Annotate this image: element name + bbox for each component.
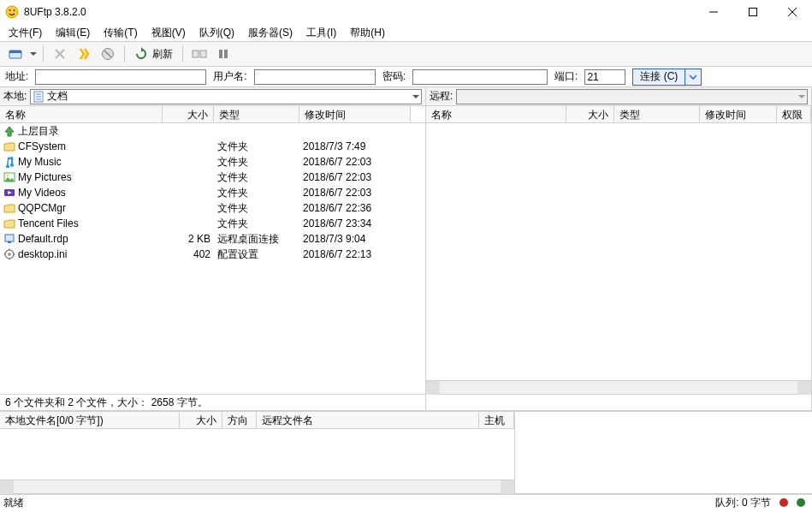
local-path-dropdown[interactable]: 文档 — [30, 89, 422, 104]
qcol-local[interactable]: 本地文件名[0/0 字节]) — [0, 412, 180, 428]
menu-server[interactable]: 服务器(S) — [243, 25, 298, 41]
file-name: CFSystem — [18, 140, 66, 152]
refresh-button[interactable]: 刷新 — [130, 44, 177, 64]
picture-icon — [3, 171, 15, 183]
svg-point-2 — [14, 9, 15, 11]
remote-path-bar: 远程: — [426, 87, 811, 106]
col-date[interactable]: 修改时间 — [299, 106, 411, 122]
file-date: 2018/7/3 9:04 — [299, 233, 411, 245]
remote-path-dropdown[interactable] — [456, 89, 808, 104]
remote-list-header: 名称 大小 类型 修改时间 权限 — [426, 106, 811, 123]
rdp-icon — [3, 233, 15, 245]
connect-dropdown-icon[interactable] — [29, 51, 38, 57]
col-name[interactable]: 名称 — [0, 106, 163, 122]
file-date: 2018/7/3 7:49 — [299, 140, 411, 152]
queue-area: 本地文件名[0/0 字节]) 大小 方向 远程文件名 主机 — [0, 411, 812, 493]
disconnect-button[interactable] — [49, 44, 71, 64]
file-type: 文件夹 — [214, 140, 299, 154]
password-input[interactable] — [412, 69, 548, 85]
queue-list[interactable] — [0, 429, 514, 479]
svg-rect-8 — [9, 51, 21, 53]
folder-icon — [3, 217, 15, 229]
list-item[interactable]: Default.rdp2 KB远程桌面连接2018/7/3 9:04 — [0, 231, 425, 247]
menu-view[interactable]: 视图(V) — [146, 25, 191, 41]
music-icon — [3, 156, 15, 168]
folder-icon — [3, 202, 15, 214]
svg-rect-16 — [224, 50, 228, 58]
remote-h-scrollbar[interactable] — [426, 380, 811, 394]
list-item[interactable]: Tencent Files文件夹2018/6/7 23:34 — [0, 216, 425, 231]
col-name[interactable]: 名称 — [426, 106, 566, 122]
file-date: 2018/6/7 22:36 — [299, 202, 411, 214]
maximize-button[interactable] — [733, 0, 773, 24]
file-type: 配置设置 — [214, 247, 299, 262]
file-type: 文件夹 — [214, 186, 299, 200]
remote-file-list[interactable] — [426, 123, 811, 380]
log-pane[interactable] — [515, 412, 812, 493]
qcol-dir[interactable]: 方向 — [222, 412, 257, 428]
toolbar-separator — [43, 45, 44, 63]
file-date: 2018/6/7 22:03 — [299, 187, 411, 199]
menu-file[interactable]: 文件(F) — [3, 25, 47, 41]
menu-edit[interactable]: 编辑(E) — [50, 25, 95, 41]
local-pane: 本地: 文档 名称 大小 类型 修改时间 上层目录CFSystem文件夹2018… — [0, 87, 426, 411]
connect-icon-button[interactable] — [5, 44, 27, 64]
svg-point-27 — [8, 253, 11, 256]
close-button[interactable] — [773, 0, 812, 24]
svg-rect-24 — [5, 235, 14, 241]
file-type: 远程桌面连接 — [214, 232, 299, 247]
file-name: My Pictures — [18, 171, 72, 183]
list-item[interactable]: CFSystem文件夹2018/7/3 7:49 — [0, 139, 425, 154]
status-indicator-1 — [779, 498, 788, 507]
reconnect-button[interactable] — [73, 44, 95, 64]
app-icon — [5, 5, 19, 19]
remote-pane: 远程: 名称 大小 类型 修改时间 权限 — [426, 87, 812, 411]
remote-status — [426, 394, 811, 411]
menu-queue[interactable]: 队列(Q) — [194, 25, 240, 41]
status-bar: 就绪 队列: 0 字节 — [0, 493, 812, 510]
compare-button[interactable] — [188, 44, 210, 64]
connect-button[interactable]: 连接 (C) — [632, 68, 702, 86]
col-size[interactable]: 大小 — [566, 106, 614, 122]
col-type[interactable]: 类型 — [614, 106, 700, 122]
username-label: 用户名: — [213, 69, 246, 84]
col-type[interactable]: 类型 — [214, 106, 299, 122]
connection-bar: 地址: 用户名: 密码: 端口: 连接 (C) — [0, 67, 812, 87]
toolbar-separator — [124, 45, 125, 63]
titlebar: 8UFtp 3.8.2.0 — [0, 0, 812, 24]
video-icon — [3, 187, 15, 199]
menu-help[interactable]: 帮助(H) — [345, 25, 390, 41]
ini-icon — [3, 248, 15, 260]
menu-tools[interactable]: 工具(I) — [301, 25, 341, 41]
chevron-down-icon — [412, 91, 419, 103]
file-date: 2018/6/7 22:13 — [299, 248, 411, 260]
connect-button-dropdown-icon[interactable] — [685, 69, 701, 85]
up-icon — [3, 125, 15, 137]
list-item[interactable]: My Pictures文件夹2018/6/7 22:03 — [0, 170, 425, 185]
col-size[interactable]: 大小 — [163, 106, 214, 122]
pause-button[interactable] — [212, 44, 234, 64]
document-icon — [33, 91, 44, 103]
port-input[interactable] — [584, 69, 625, 85]
qcol-size[interactable]: 大小 — [180, 412, 222, 428]
stop-button[interactable] — [97, 44, 119, 64]
list-item[interactable]: QQPCMgr文件夹2018/6/7 22:36 — [0, 200, 425, 216]
list-item[interactable]: 上层目录 — [0, 123, 425, 139]
local-list-header: 名称 大小 类型 修改时间 — [0, 106, 425, 123]
menu-transfer[interactable]: 传输(T) — [98, 25, 142, 41]
col-date[interactable]: 修改时间 — [700, 106, 777, 122]
col-perm[interactable]: 权限 — [777, 106, 811, 122]
svg-rect-13 — [193, 51, 199, 57]
file-type: 文件夹 — [214, 217, 299, 231]
queue-h-scrollbar[interactable] — [0, 479, 514, 493]
list-item[interactable]: My Music文件夹2018/6/7 22:03 — [0, 154, 425, 170]
qcol-host[interactable]: 主机 — [479, 412, 514, 428]
local-file-list[interactable]: 上层目录CFSystem文件夹2018/7/3 7:49My Music文件夹2… — [0, 123, 425, 394]
list-item[interactable]: My Videos文件夹2018/6/7 22:03 — [0, 185, 425, 200]
window-title: 8UFtp 3.8.2.0 — [24, 6, 694, 18]
minimize-button[interactable] — [694, 0, 733, 24]
address-input[interactable] — [35, 69, 206, 85]
username-input[interactable] — [254, 69, 376, 85]
qcol-remote[interactable]: 远程文件名 — [257, 412, 479, 428]
list-item[interactable]: desktop.ini402配置设置2018/6/7 22:13 — [0, 247, 425, 262]
